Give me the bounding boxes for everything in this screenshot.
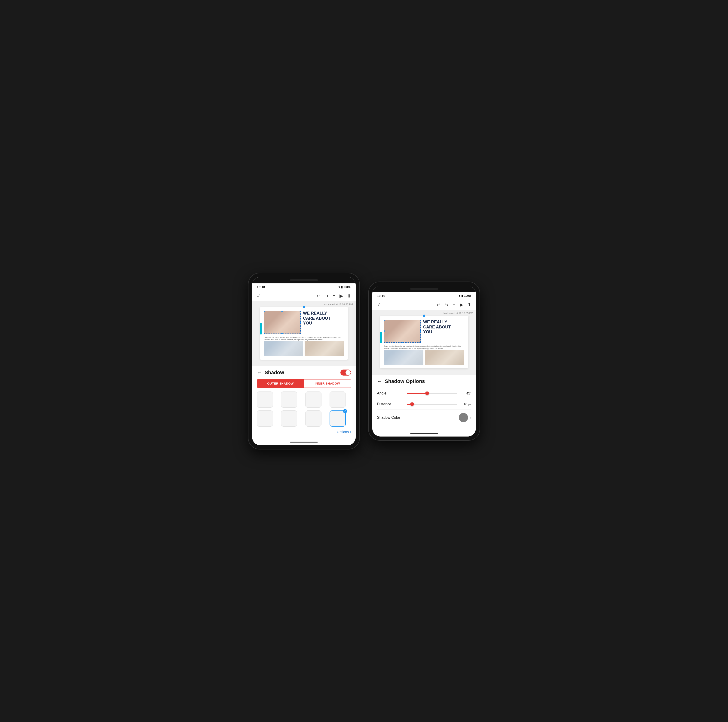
design-title-right: WE REALLY CARE ABOUT YOU [423, 320, 451, 335]
color-row-right: › [459, 413, 471, 422]
design-title-block-right: WE REALLY CARE ABOUT YOU [423, 320, 451, 335]
shadow-panel-header-left: ← Shadow [257, 369, 284, 376]
status-time-right: 10:10 [377, 294, 385, 298]
canvas-area-left: Last saved at 12:08:33 PM [252, 301, 356, 366]
inner-shadow-tab[interactable]: INNER SHADOW [304, 380, 351, 388]
shadow-preset-6[interactable] [281, 411, 297, 427]
angle-row: Angle 45° [377, 388, 471, 399]
battery-icon-right: ▮ [461, 294, 463, 298]
phone-notch [252, 277, 356, 283]
handle-top-center [303, 306, 305, 308]
toolbar-left: ✓ ↩ ↪ + ▶ ⬆ [252, 291, 356, 301]
options-panel-header: ← Shadow Options [377, 378, 471, 384]
home-bar-line [290, 442, 318, 443]
distance-thumb[interactable] [410, 402, 414, 406]
handle-r [300, 322, 301, 324]
notch-bar [290, 279, 318, 281]
toolbar-right: ✓ ↩ ↪ + ▶ ⬆ [372, 299, 476, 310]
add-button-right[interactable]: + [453, 302, 456, 307]
options-link[interactable]: Options › [257, 429, 351, 434]
angle-slider[interactable] [407, 393, 457, 394]
toggle-knob [346, 370, 350, 375]
options-back-button[interactable]: ← [377, 378, 382, 384]
toolbar-left-group: ✓ [257, 293, 261, 299]
design-title-block: WE REALLY CARE ABOUT YOU [303, 311, 330, 326]
handle-l [264, 322, 265, 324]
add-button[interactable]: + [333, 293, 335, 298]
play-button[interactable]: ▶ [340, 293, 343, 299]
shadow-preset-7[interactable] [305, 411, 321, 427]
shadow-options-panel: ← Shadow Options Angle 45° [372, 375, 476, 431]
status-bar-left: 10:10 ▾ ▮ 100% [252, 283, 356, 291]
design-card-right[interactable]: WE REALLY CARE ABOUT YOU That's fine, bu… [380, 316, 468, 368]
angle-thumb[interactable] [425, 391, 429, 395]
canvas-area-right: Last saved at 12:10:35 PM [372, 310, 476, 375]
shadow-toggle[interactable] [340, 369, 351, 376]
angle-label: Angle [377, 391, 405, 395]
design-main-image-right [384, 320, 421, 343]
back-button[interactable]: ← [257, 369, 262, 376]
shadow-panel-header: ← Shadow [257, 369, 351, 376]
angle-slider-wrap[interactable] [407, 393, 457, 394]
design-bottom-images-right [384, 350, 464, 365]
shadow-preset-5[interactable] [257, 411, 273, 427]
phone-notch-right [372, 286, 476, 292]
home-bar-left [252, 440, 356, 445]
left-phone: 10:10 ▾ ▮ 100% ✓ ↩ ↪ + ▶ ⬆ Last saved at… [248, 273, 359, 449]
teal-accent-bar-right [380, 332, 382, 343]
status-time-left: 10:10 [257, 285, 265, 289]
right-phone: 10:10 ▾ ▮ 100% ✓ ↩ ↪ + ▶ ⬆ Last saved at… [369, 282, 480, 440]
design-body-text: That's fine, but it's not the way most p… [264, 336, 344, 341]
sub-image-1-right [384, 350, 424, 365]
design-title: WE REALLY CARE ABOUT YOU [303, 311, 330, 326]
color-chevron-icon[interactable]: › [470, 415, 471, 420]
distance-row: Distance 10 px [377, 399, 471, 410]
options-panel-header-left: ← Shadow Options [377, 378, 425, 384]
toolbar-right-group-right: ↩ ↪ + ▶ ⬆ [437, 302, 471, 307]
teal-accent-bar [260, 323, 262, 334]
handle-b [281, 333, 283, 334]
design-card-left[interactable]: WE REALLY CARE ABOUT YOU That's fine, bu… [260, 307, 348, 360]
shadow-preset-4[interactable] [330, 391, 346, 408]
distance-slider-wrap[interactable] [407, 404, 457, 405]
shadow-preset-2[interactable] [281, 391, 297, 408]
shadow-preset-8[interactable] [330, 411, 346, 427]
undo-button[interactable]: ↩ [317, 293, 320, 299]
distance-label: Distance [377, 402, 405, 406]
shadow-panel: ← Shadow OUTER SHADOW INNER SHADOW [252, 366, 356, 440]
play-button-right[interactable]: ▶ [460, 302, 463, 307]
redo-button[interactable]: ↪ [324, 293, 329, 299]
design-body-text-right: That's fine, but it's not the way most p… [384, 345, 464, 350]
options-link-text[interactable]: Options [337, 430, 349, 434]
handle-b-right [401, 342, 403, 343]
share-button[interactable]: ⬆ [347, 293, 351, 299]
notch-bar-right [410, 288, 438, 290]
handle-r-right [420, 330, 421, 332]
shadow-color-swatch[interactable] [459, 413, 468, 422]
design-header-right: WE REALLY CARE ABOUT YOU [384, 320, 464, 343]
canvas-timestamp-right: Last saved at 12:10:35 PM [443, 312, 473, 314]
battery-percent-right: 100% [464, 294, 471, 298]
design-bottom-images [264, 341, 344, 356]
shadow-panel-title: Shadow [265, 369, 284, 376]
design-main-image [264, 311, 301, 334]
shadow-preset-3[interactable] [305, 391, 321, 408]
home-bar-line-right [410, 433, 438, 434]
options-chevron: › [350, 429, 351, 434]
redo-button-right[interactable]: ↪ [445, 302, 448, 307]
distance-slider[interactable] [407, 404, 457, 405]
handle-l-right [384, 330, 385, 332]
wifi-icon-right: ▾ [459, 294, 460, 298]
sub-image-2 [304, 341, 344, 356]
check-button-right[interactable]: ✓ [377, 302, 381, 307]
outer-shadow-tab[interactable]: OUTER SHADOW [257, 380, 304, 388]
design-header: WE REALLY CARE ABOUT YOU [264, 311, 344, 334]
check-button[interactable]: ✓ [257, 293, 261, 299]
handle-br [300, 333, 301, 334]
handle-t-right [401, 320, 403, 321]
shadow-preset-1[interactable] [257, 391, 273, 408]
image-bg [264, 311, 301, 334]
wifi-icon: ▾ [339, 285, 340, 289]
undo-button-right[interactable]: ↩ [437, 302, 440, 307]
share-button-right[interactable]: ⬆ [467, 302, 471, 307]
